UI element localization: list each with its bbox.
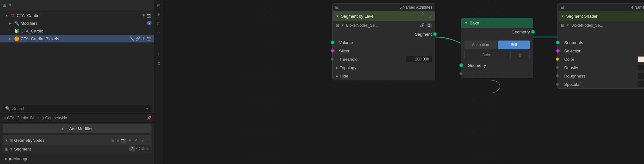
tree-item-bioxels[interactable]: ▶ 🟠 CTA_Cardio_Bioxels 🔧 🔗 👁 📷 bbox=[0, 35, 154, 42]
input-dropdown[interactable]: ▼ bbox=[566, 23, 569, 27]
body-num: 2 bbox=[129, 146, 135, 151]
still-button[interactable]: Still bbox=[498, 41, 530, 49]
density-socket[interactable] bbox=[556, 66, 559, 69]
geo-output-socket[interactable] bbox=[531, 30, 535, 34]
search-dropdown[interactable]: ▼ bbox=[145, 107, 149, 111]
segments-input-row: Segments bbox=[558, 38, 644, 47]
body-dropdown[interactable]: ▼ bbox=[10, 147, 13, 151]
topology-row[interactable]: ▶ Topology bbox=[333, 63, 435, 72]
volume-row: Volume bbox=[333, 38, 435, 47]
color-label: Color bbox=[561, 57, 636, 62]
view-icon: ⊞ bbox=[3, 3, 6, 8]
bake-action-row: Bake 🗑 bbox=[461, 51, 533, 61]
modifier-collapse-icon[interactable]: ▼ bbox=[5, 139, 8, 142]
segment-label: Segment bbox=[336, 32, 432, 37]
volume-socket[interactable] bbox=[331, 41, 335, 44]
modifier-dots[interactable]: ⋮⋮ bbox=[140, 138, 149, 143]
modifier-grid-icon: ⊞ bbox=[9, 138, 13, 143]
selection-socket[interactable] bbox=[556, 49, 560, 53]
camera-icon[interactable]: 📷 bbox=[147, 13, 152, 18]
body-close[interactable]: ✕ bbox=[146, 147, 149, 151]
input-grid-icon: ⊞ bbox=[336, 23, 339, 28]
side-icon-2[interactable]: □ bbox=[155, 20, 162, 27]
modifier-dropdown[interactable]: ▼ bbox=[128, 139, 132, 142]
pin-icon[interactable]: 📌 bbox=[147, 116, 152, 120]
camera-icon[interactable]: 📷 bbox=[147, 36, 152, 41]
breadcrumb-item2[interactable]: GeometryNo... bbox=[45, 116, 70, 120]
hide-arrow: ▶ bbox=[336, 74, 338, 78]
empty-socket[interactable] bbox=[459, 72, 463, 75]
tree-item-cta-sub[interactable]: 🔰 CTA_Cardio bbox=[0, 27, 154, 35]
breadcrumb-item1[interactable]: CTA_Cardio_Bi... bbox=[7, 116, 37, 120]
bake-btn-row: Animation Still bbox=[461, 39, 533, 51]
segments-in-socket[interactable] bbox=[556, 41, 560, 44]
slicer-socket[interactable] bbox=[330, 49, 335, 53]
arrow-icon: ▶ bbox=[9, 37, 13, 41]
geo-input-row: Geometry bbox=[461, 61, 533, 69]
node-icon: ⊞ bbox=[428, 14, 432, 18]
modifier-badge: ● bbox=[147, 21, 152, 25]
bake-button[interactable]: Bake bbox=[465, 51, 509, 59]
density-value[interactable]: 1.000 bbox=[638, 65, 644, 70]
modifier-section: + + Add Modifier ▼ ⊞ GeometryNodes ⊞ 🖥 📷… bbox=[0, 123, 154, 164]
node-canvas: ⊞ 5 Named Attributes ▼ Segment by Level … bbox=[163, 0, 644, 164]
animation-button[interactable]: Animation bbox=[465, 41, 497, 49]
node-collapse-chevron[interactable]: ▼ bbox=[336, 14, 339, 18]
topology-arrow: ▶ bbox=[336, 66, 338, 69]
threshold-socket[interactable] bbox=[331, 58, 334, 61]
bake-trash-button[interactable]: 🗑 bbox=[511, 51, 530, 59]
node-header: ▼ Segment by Level 2 ⊞ bbox=[333, 11, 435, 21]
side-icon-1[interactable]: ✱ bbox=[155, 11, 162, 18]
node-segment-shader: ⊞ 4 Named Attributes ▼ Segment Shader 3 … bbox=[557, 3, 644, 89]
tree-item-cta-cardio[interactable]: ▼ ▽ CTA_Cardio 👁 📷 bbox=[0, 12, 154, 19]
manage-label: ▶ Manage bbox=[9, 156, 29, 161]
hide-row[interactable]: ▶ Hide bbox=[333, 72, 435, 80]
search-input[interactable] bbox=[12, 106, 143, 111]
node-collapse-chevron[interactable]: ▼ bbox=[561, 14, 564, 18]
geo-input-socket[interactable] bbox=[459, 63, 463, 67]
modifier-card-body: ⊞ ▼ Segment 2 🛡 ⧉ ✕ bbox=[3, 145, 151, 153]
eye-icon[interactable]: 👁 bbox=[142, 13, 145, 18]
color-row: Color bbox=[558, 55, 644, 63]
side-icon-5[interactable]: ⧗ bbox=[155, 60, 162, 67]
bake-chevron[interactable]: ▼ bbox=[465, 21, 468, 25]
roughness-value[interactable]: 0.200 bbox=[638, 73, 644, 79]
modifier-close[interactable]: ✕ bbox=[134, 138, 138, 143]
segment-socket[interactable] bbox=[433, 32, 437, 36]
node-title: Segment Shader bbox=[566, 14, 644, 19]
specular-socket[interactable] bbox=[556, 83, 559, 86]
search-bar[interactable]: 🔍 ▼ bbox=[3, 105, 152, 112]
arrow-icon: ▶ bbox=[9, 22, 13, 25]
color-swatch[interactable] bbox=[638, 56, 644, 62]
threshold-value[interactable]: 200.000 bbox=[406, 56, 432, 62]
modifier-card: ▼ ⊞ GeometryNodes ⊞ 🖥 📷 ▼ ✕ ⋮⋮ ⊞ ▼ Segme… bbox=[3, 135, 152, 153]
side-icon-0[interactable]: ⊞ bbox=[155, 2, 162, 9]
arrow-icon: ▼ bbox=[5, 14, 9, 17]
node-header-badge: 2 bbox=[420, 12, 425, 16]
side-icon-4[interactable]: T bbox=[155, 51, 162, 58]
segment-output-row: Segment bbox=[333, 30, 435, 38]
link-icon[interactable]: 🔗 bbox=[135, 36, 140, 41]
add-modifier-button[interactable]: + + Add Modifier bbox=[3, 124, 152, 133]
breadcrumb-sep: › bbox=[38, 116, 39, 120]
specular-value[interactable]: 1.000 bbox=[638, 81, 644, 87]
named-attrs-label: 5 Named Attributes bbox=[400, 5, 432, 10]
input-dropdown[interactable]: ▼ bbox=[341, 23, 344, 27]
modifier-icon2: 🖥 bbox=[116, 138, 120, 142]
color-socket[interactable] bbox=[556, 58, 559, 61]
node-bake: ▼ Bake Geometry Animation Still Bake 🗑 G… bbox=[461, 18, 533, 78]
tree-item-label: Modifiers bbox=[21, 21, 146, 26]
view-dropdown[interactable]: ▼ bbox=[8, 3, 12, 7]
bioxel-icon: 🟠 bbox=[14, 36, 19, 41]
side-icon-3[interactable]: ⊹ bbox=[155, 29, 162, 36]
named-attrs-label: 4 Named Attributes bbox=[631, 5, 644, 10]
node-grid-icon: ⊞ bbox=[335, 5, 339, 10]
manage-row[interactable]: ▶ ▶ Manage bbox=[3, 154, 152, 163]
roughness-socket[interactable] bbox=[556, 74, 559, 77]
wrench-icon[interactable]: 🔧 bbox=[129, 36, 134, 41]
tree-item-modifiers[interactable]: ▶ 🔧 Modifiers ● bbox=[0, 19, 154, 27]
properties-icon: ⊞ bbox=[3, 116, 6, 120]
input-label: BioxelNodes_Se... bbox=[346, 23, 418, 28]
eye-icon[interactable]: 👁 bbox=[142, 36, 145, 41]
volume-label: Volume bbox=[336, 40, 432, 45]
